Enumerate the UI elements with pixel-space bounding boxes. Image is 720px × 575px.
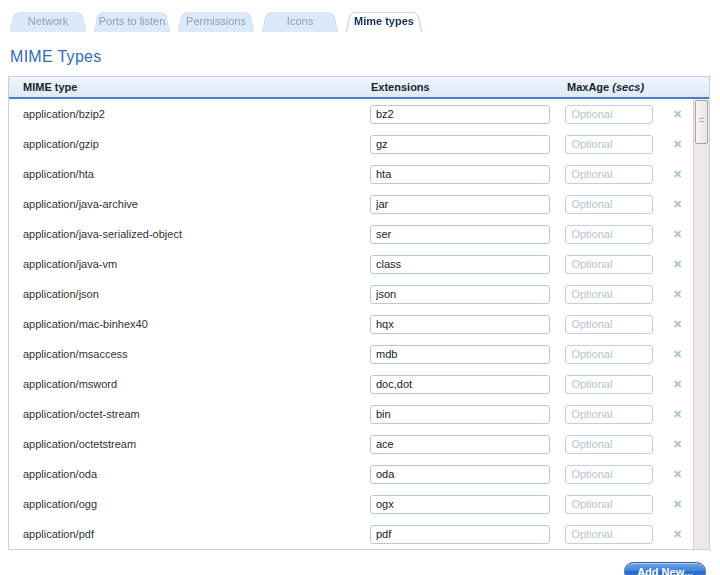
- mime-type-label: application/pdf: [23, 528, 94, 540]
- delete-row-icon[interactable]: ✕: [669, 378, 686, 391]
- header-max-age: MaxAge (secs): [567, 81, 671, 93]
- max-age-input[interactable]: [565, 495, 653, 514]
- max-age-input[interactable]: [565, 195, 653, 214]
- table-header-row: MIME type Extensions MaxAge (secs): [9, 77, 709, 99]
- tab-label: Permissions: [186, 15, 246, 27]
- tab-label: Icons: [287, 15, 313, 27]
- extensions-input[interactable]: [370, 495, 550, 514]
- table-row: application/java-archive ✕: [9, 189, 693, 219]
- delete-row-icon[interactable]: ✕: [669, 528, 686, 541]
- table-row: application/json ✕: [9, 279, 693, 309]
- table-row: application/pdf ✕: [9, 519, 693, 549]
- table-row: application/msaccess ✕: [9, 339, 693, 369]
- extensions-input[interactable]: [370, 435, 550, 454]
- table-row: application/oda ✕: [9, 459, 693, 489]
- tab-label: Network: [28, 15, 68, 27]
- tab-ports-to-listen[interactable]: Ports to listen: [94, 10, 170, 32]
- header-max-age-unit: (secs): [612, 81, 644, 93]
- mime-type-label: application/ogg: [23, 498, 97, 510]
- table-row: application/gzip ✕: [9, 129, 693, 159]
- mime-type-label: application/msword: [23, 378, 117, 390]
- table-row: application/mac-binhex40 ✕: [9, 309, 693, 339]
- max-age-input[interactable]: [565, 405, 653, 424]
- max-age-input[interactable]: [565, 165, 653, 184]
- extensions-input[interactable]: [370, 315, 550, 334]
- tab-icons[interactable]: Icons: [262, 10, 338, 32]
- delete-row-icon[interactable]: ✕: [669, 108, 686, 121]
- delete-row-icon[interactable]: ✕: [669, 198, 686, 211]
- delete-row-icon[interactable]: ✕: [669, 258, 686, 271]
- add-new-button[interactable]: Add New...: [624, 562, 706, 575]
- vertical-scrollbar[interactable]: [693, 99, 709, 549]
- table-rows: application/bzip2 ✕ application/gzip ✕ a…: [9, 99, 693, 549]
- extensions-input[interactable]: [370, 135, 550, 154]
- table-row: application/ogg ✕: [9, 489, 693, 519]
- tab-label: Ports to listen: [99, 15, 166, 27]
- table-body: application/bzip2 ✕ application/gzip ✕ a…: [9, 99, 709, 549]
- table-row: application/hta ✕: [9, 159, 693, 189]
- max-age-input[interactable]: [565, 225, 653, 244]
- max-age-input[interactable]: [565, 345, 653, 364]
- max-age-input[interactable]: [565, 105, 653, 124]
- delete-row-icon[interactable]: ✕: [669, 438, 686, 451]
- footer: Add New...: [8, 550, 712, 575]
- delete-row-icon[interactable]: ✕: [669, 228, 686, 241]
- extensions-input[interactable]: [370, 285, 550, 304]
- extensions-input[interactable]: [370, 225, 550, 244]
- delete-row-icon[interactable]: ✕: [669, 348, 686, 361]
- extensions-input[interactable]: [370, 195, 550, 214]
- mime-type-label: application/hta: [23, 168, 94, 180]
- max-age-input[interactable]: [565, 315, 653, 334]
- max-age-input[interactable]: [565, 525, 653, 544]
- max-age-input[interactable]: [565, 375, 653, 394]
- mime-type-label: application/msaccess: [23, 348, 128, 360]
- max-age-input[interactable]: [565, 465, 653, 484]
- page-title: MIME Types: [10, 48, 712, 66]
- mime-type-label: application/octetstream: [23, 438, 136, 450]
- extensions-input[interactable]: [370, 255, 550, 274]
- extensions-input[interactable]: [370, 375, 550, 394]
- delete-row-icon[interactable]: ✕: [669, 408, 686, 421]
- delete-row-icon[interactable]: ✕: [669, 168, 686, 181]
- mime-type-label: application/java-serialized-object: [23, 228, 182, 240]
- mime-type-label: application/java-archive: [23, 198, 138, 210]
- extensions-input[interactable]: [370, 345, 550, 364]
- extensions-input[interactable]: [370, 105, 550, 124]
- table-row: application/bzip2 ✕: [9, 99, 693, 129]
- scrollbar-thumb[interactable]: [695, 100, 708, 144]
- table-row: application/octet-stream ✕: [9, 399, 693, 429]
- mime-type-label: application/mac-binhex40: [23, 318, 148, 330]
- max-age-input[interactable]: [565, 435, 653, 454]
- extensions-input[interactable]: [370, 465, 550, 484]
- mime-types-table: MIME type Extensions MaxAge (secs) appli…: [8, 76, 710, 550]
- mime-type-label: application/java-vm: [23, 258, 117, 270]
- tab-mime-types[interactable]: Mime types: [346, 10, 422, 32]
- settings-page: Network Ports to listen Permissions Icon…: [0, 0, 720, 575]
- table-row: application/java-serialized-object ✕: [9, 219, 693, 249]
- delete-row-icon[interactable]: ✕: [669, 138, 686, 151]
- tab-network[interactable]: Network: [10, 10, 86, 32]
- mime-type-label: application/gzip: [23, 138, 99, 150]
- max-age-input[interactable]: [565, 285, 653, 304]
- tab-bar: Network Ports to listen Permissions Icon…: [8, 10, 712, 32]
- extensions-input[interactable]: [370, 525, 550, 544]
- extensions-input[interactable]: [370, 165, 550, 184]
- mime-type-label: application/json: [23, 288, 99, 300]
- tab-label: Mime types: [354, 15, 414, 27]
- max-age-input[interactable]: [565, 255, 653, 274]
- table-row: application/octetstream ✕: [9, 429, 693, 459]
- delete-row-icon[interactable]: ✕: [669, 288, 686, 301]
- tab-permissions[interactable]: Permissions: [178, 10, 254, 32]
- mime-type-label: application/octet-stream: [23, 408, 140, 420]
- delete-row-icon[interactable]: ✕: [669, 318, 686, 331]
- header-mime-type: MIME type: [23, 81, 371, 93]
- table-row: application/java-vm ✕: [9, 249, 693, 279]
- delete-row-icon[interactable]: ✕: [669, 468, 686, 481]
- table-row: application/msword ✕: [9, 369, 693, 399]
- header-extensions: Extensions: [371, 81, 567, 93]
- mime-type-label: application/oda: [23, 468, 97, 480]
- extensions-input[interactable]: [370, 405, 550, 424]
- mime-type-label: application/bzip2: [23, 108, 105, 120]
- max-age-input[interactable]: [565, 135, 653, 154]
- delete-row-icon[interactable]: ✕: [669, 498, 686, 511]
